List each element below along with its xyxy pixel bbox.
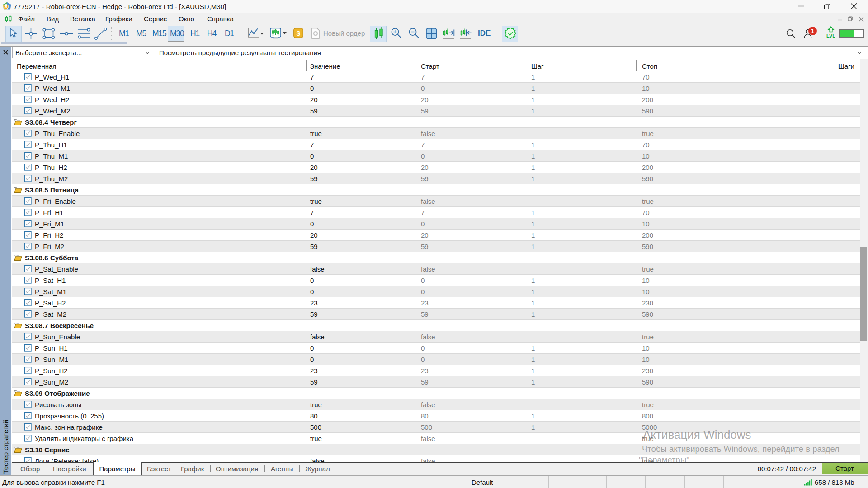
svg-text:5: 5 xyxy=(5,5,7,9)
svg-text:LVL: LVL xyxy=(826,33,835,38)
svg-text:$: $ xyxy=(297,29,301,37)
